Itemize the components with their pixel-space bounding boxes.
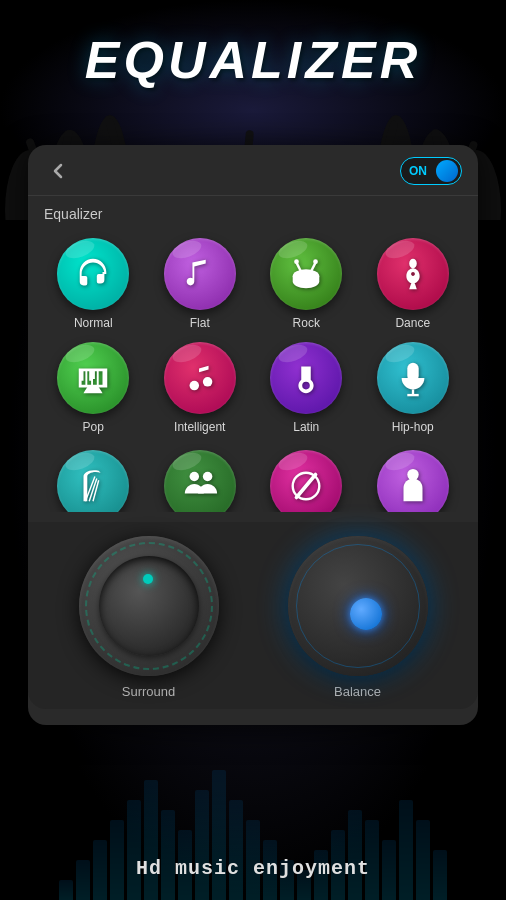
eq-bar (144, 780, 158, 900)
preset-btn-flat (164, 238, 236, 310)
preset-item-latin[interactable]: Latin (253, 336, 360, 440)
balance-section: Balance (253, 536, 462, 699)
page-title: EQUALIZER (0, 30, 506, 90)
panel-header: ON (28, 145, 478, 196)
eq-bar (127, 800, 141, 900)
svg-point-22 (189, 381, 199, 391)
bottom-controls: Surround Balance (28, 522, 478, 709)
preset-label-rock: Rock (293, 316, 320, 330)
preset-label-pop: Pop (83, 420, 104, 434)
eq-bar (195, 790, 209, 900)
power-toggle[interactable]: ON (400, 157, 462, 185)
surround-knob[interactable] (79, 536, 219, 676)
eq-bar (59, 880, 73, 900)
preset-item-hiphop[interactable]: Hip-hop (360, 336, 467, 440)
surround-label: Surround (122, 684, 175, 699)
svg-point-20 (294, 259, 299, 264)
preset-btn-classical (57, 450, 129, 512)
preset-btn-hiphop (377, 342, 449, 414)
preset-btn-rock (270, 238, 342, 310)
knob-inner (99, 556, 199, 656)
preset-btn-dance (377, 238, 449, 310)
eq-bar (161, 810, 175, 900)
eq-bar (399, 800, 413, 900)
preset-btn-normal (57, 238, 129, 310)
toggle-label: ON (409, 164, 427, 178)
balance-indicator-dot (350, 598, 382, 630)
preset-label-intelligent: Intelligent (174, 420, 225, 434)
preset-btn-intelligent (164, 342, 236, 414)
balance-label: Balance (334, 684, 381, 699)
knob-ring (79, 536, 219, 676)
svg-point-21 (313, 259, 318, 264)
preset-label-latin: Latin (293, 420, 319, 434)
preset-btn-misc1 (270, 450, 342, 512)
tagline: Hd music enjoyment (0, 857, 506, 880)
preset-item-jazz[interactable]: Jazz (147, 444, 254, 512)
preset-label-normal: Normal (74, 316, 113, 330)
back-button[interactable] (44, 157, 72, 185)
preset-item-pop[interactable]: Pop (40, 336, 147, 440)
preset-label-dance: Dance (395, 316, 430, 330)
preset-item-normal[interactable]: Normal (40, 232, 147, 336)
presets-grid: NormalFlatRockDancePopIntelligentLatinHi… (28, 228, 478, 444)
eq-bar (212, 770, 226, 900)
preset-item-intelligent[interactable]: Intelligent (147, 336, 254, 440)
svg-point-23 (203, 377, 213, 387)
preset-item-rock[interactable]: Rock (253, 232, 360, 336)
eq-bar (348, 810, 362, 900)
preset-btn-jazz (164, 450, 236, 512)
knob-indicator-dot (143, 574, 153, 584)
balance-knob[interactable] (288, 536, 428, 676)
preset-btn-pop (57, 342, 129, 414)
presets-row3: ClassicalJazz (28, 444, 478, 512)
svg-point-30 (189, 472, 199, 482)
surround-section: Surround (44, 536, 253, 699)
preset-btn-misc2 (377, 450, 449, 512)
svg-line-32 (297, 475, 316, 498)
preset-item-misc1[interactable] (253, 444, 360, 512)
preset-btn-latin (270, 342, 342, 414)
preset-item-dance[interactable]: Dance (360, 232, 467, 336)
toggle-knob (436, 160, 458, 182)
svg-rect-35 (407, 488, 418, 492)
presets-row3-wrapper: ClassicalJazz (28, 444, 478, 512)
eq-bar (229, 800, 243, 900)
equalizer-panel: ON Equalizer NormalFlatRockDancePopIntel… (28, 145, 478, 725)
preset-label-hiphop: Hip-hop (392, 420, 434, 434)
section-title: Equalizer (28, 196, 478, 228)
svg-point-31 (203, 472, 213, 482)
preset-item-flat[interactable]: Flat (147, 232, 254, 336)
preset-item-classical[interactable]: Classical (40, 444, 147, 512)
preset-item-misc2[interactable] (360, 444, 467, 512)
preset-label-flat: Flat (190, 316, 210, 330)
